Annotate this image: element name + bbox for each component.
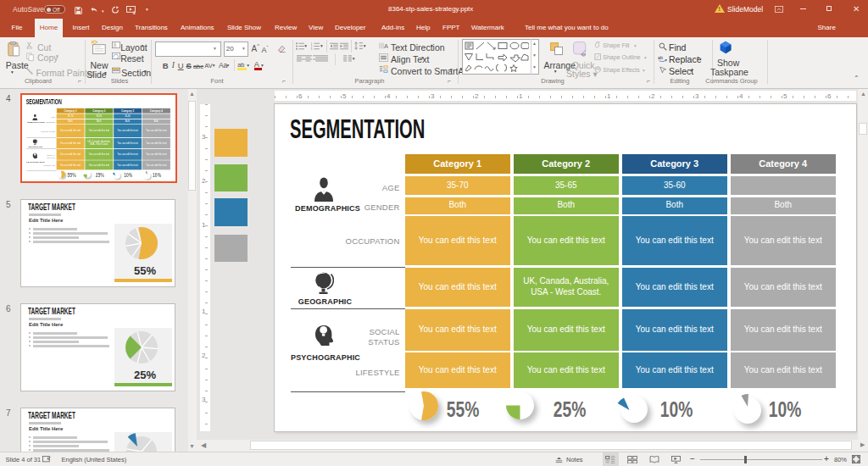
svg-text:ab: ab [658,55,663,60]
svg-text:3: 3 [311,47,312,50]
svg-text:A: A [384,42,388,50]
